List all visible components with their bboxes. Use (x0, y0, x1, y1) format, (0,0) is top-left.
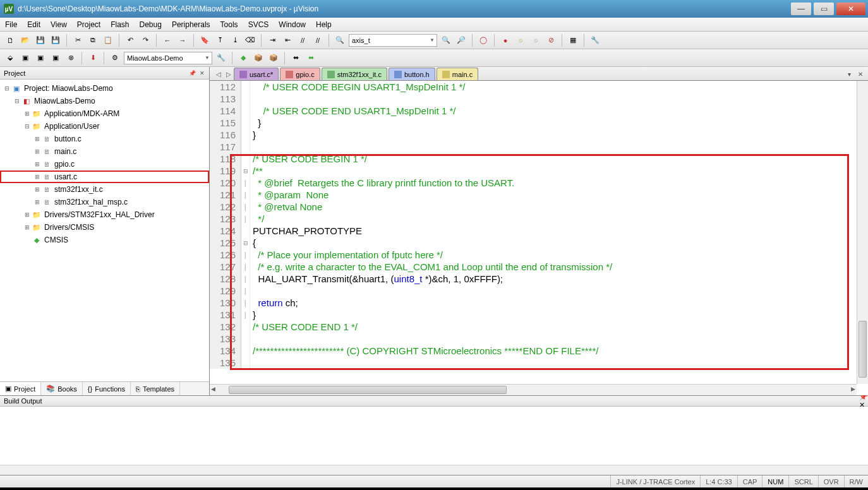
menu-flash[interactable]: Flash (111, 20, 129, 29)
configure-icon[interactable]: 🔧 (589, 34, 601, 47)
manage-multi-icon[interactable]: ⬌ (304, 52, 317, 64)
tree-twist-icon[interactable]: ⊟ (23, 123, 32, 129)
tree-target[interactable]: ⊟◧MiaowLabs-Demo (0, 95, 209, 107)
menu-svcs[interactable]: SVCS (248, 20, 269, 29)
save-icon[interactable]: 💾 (34, 34, 47, 47)
find-icon[interactable]: 🔍 (334, 34, 346, 47)
tree-file-stm32f1xx_hal_msp-c[interactable]: ⊞🗎stm32f1xx_hal_msp.c (0, 196, 209, 208)
window-layout-icon[interactable]: ▦ (567, 34, 579, 47)
breakpoint-enable-icon[interactable]: ○ (514, 34, 527, 47)
tree-file-stm32f1xx_it-c[interactable]: ⊞🗎stm32f1xx_it.c (0, 183, 209, 196)
find-in-files-icon[interactable]: 🔍 (440, 34, 452, 47)
build-hscroll[interactable] (0, 465, 868, 475)
paste-icon[interactable]: 📋 (102, 34, 114, 47)
breakpoint-disable-icon[interactable]: ○ (529, 34, 542, 47)
file-tab-main-c[interactable]: main.c (437, 68, 478, 80)
side-tab-project[interactable]: ▣Project (0, 381, 41, 395)
open-file-icon[interactable]: 📂 (19, 34, 32, 47)
tree-twist-icon[interactable]: ⊞ (33, 186, 42, 193)
panel-close-icon[interactable]: ✕ (198, 69, 207, 78)
tree-group-drivers-cmsis[interactable]: ⊞📁Drivers/CMSIS (0, 221, 209, 234)
outdent-icon[interactable]: ⇤ (281, 34, 294, 47)
tree-twist-icon[interactable]: ⊞ (23, 224, 32, 230)
build-output-body[interactable] (0, 407, 868, 465)
uncomment-icon[interactable]: // (311, 34, 324, 47)
side-tab-books[interactable]: 📚Books (41, 382, 83, 395)
tree-file-gpio-c[interactable]: ⊞🗎gpio.c (0, 158, 209, 170)
target-options-icon[interactable]: ⚙ (109, 52, 121, 64)
minimize-button[interactable]: — (791, 3, 811, 15)
tree-twist-icon[interactable]: ⊞ (33, 148, 42, 155)
new-file-icon[interactable]: 🗋 (4, 34, 16, 47)
copy-icon[interactable]: ⧉ (87, 34, 99, 47)
side-tab-templates[interactable]: ⎘Templates (131, 382, 180, 395)
menu-view[interactable]: View (51, 20, 67, 29)
translate-icon[interactable]: ⬙ (4, 52, 16, 64)
tree-twist-icon[interactable]: ⊟ (13, 98, 21, 104)
bookmark-clear-icon[interactable]: ⌫ (244, 34, 256, 47)
bookmark-next-icon[interactable]: ⤓ (229, 34, 241, 47)
comment-icon[interactable]: // (296, 34, 309, 47)
file-tab-stm32f1xx_it-c[interactable]: stm32f1xx_it.c (322, 68, 387, 80)
redo-icon[interactable]: ↷ (139, 34, 152, 47)
file-tab-gpio-c[interactable]: gpio.c (280, 68, 320, 80)
rebuild-icon[interactable]: ▣ (34, 52, 47, 64)
pack-installer-icon[interactable]: 📦 (267, 52, 280, 64)
tree-twist-icon[interactable]: ⊞ (23, 111, 32, 117)
build-icon[interactable]: ▣ (19, 52, 32, 64)
menu-edit[interactable]: Edit (27, 20, 40, 29)
tree-group-application-mdk-arm[interactable]: ⊞📁Application/MDK-ARM (0, 107, 209, 120)
close-button[interactable]: ✕ (836, 3, 865, 15)
tree-twist-icon[interactable]: ⊞ (33, 161, 42, 167)
download-icon[interactable]: ⬇ (87, 52, 99, 64)
menu-file[interactable]: File (5, 20, 17, 29)
tree-twist-icon[interactable]: ⊞ (33, 199, 42, 205)
horizontal-scrollbar[interactable]: ◀ ▶ (210, 384, 857, 395)
tree-group-cmsis[interactable]: ◆CMSIS (0, 234, 209, 246)
bookmark-icon[interactable]: 🔖 (198, 34, 211, 47)
breakpoint-insert-icon[interactable]: ● (499, 34, 512, 47)
menu-help[interactable]: Help (316, 20, 332, 29)
bookmark-prev-icon[interactable]: ⤒ (214, 34, 226, 47)
indent-icon[interactable]: ⇥ (266, 34, 279, 47)
undo-icon[interactable]: ↶ (124, 34, 136, 47)
file-tab-button-h[interactable]: button.h (389, 68, 435, 80)
tab-menu-icon[interactable]: ▾ (844, 69, 854, 79)
tree-twist-icon[interactable]: ⊞ (23, 212, 32, 218)
incremental-find-icon[interactable]: 🔎 (455, 34, 467, 47)
tree-group-drivers-stm32f1xx_hal_driver[interactable]: ⊞📁Drivers/STM32F1xx_HAL_Driver (0, 208, 209, 221)
nav-back-icon[interactable]: ← (161, 34, 174, 47)
project-tree[interactable]: ⊟▣Project: MiaowLabs-Demo⊟◧MiaowLabs-Dem… (0, 80, 209, 381)
tab-nav-fwd-icon[interactable]: ▷ (224, 69, 234, 79)
tree-file-usart-c[interactable]: ⊞🗎usart.c (0, 170, 209, 183)
side-tab-functions[interactable]: {}Functions (83, 382, 131, 395)
stop-build-icon[interactable]: ⊗ (64, 52, 77, 64)
maximize-button[interactable]: ▭ (814, 3, 834, 15)
tree-twist-icon[interactable]: ⊟ (3, 85, 11, 92)
nav-fwd-icon[interactable]: → (176, 34, 189, 47)
cut-icon[interactable]: ✂ (71, 34, 84, 47)
tab-nav-back-icon[interactable]: ◁ (214, 69, 224, 79)
tab-close-icon[interactable]: ✕ (855, 69, 865, 79)
tree-twist-icon[interactable]: ⊞ (33, 174, 42, 180)
tree-file-button-c[interactable]: ⊞🗎button.c (0, 133, 209, 145)
file-tab-usart-c-[interactable]: usart.c* (234, 68, 279, 80)
debug-icon[interactable]: ◯ (477, 34, 490, 47)
breakpoint-kill-icon[interactable]: ⊘ (545, 34, 557, 47)
tree-group-application-user[interactable]: ⊟📁Application/User (0, 120, 209, 133)
manage-rte-icon[interactable]: ◆ (237, 52, 250, 64)
menu-project[interactable]: Project (77, 20, 100, 29)
code-editor[interactable]: 1121131141151161171181191201211221231241… (210, 81, 868, 395)
tree-twist-icon[interactable]: ⊞ (33, 136, 42, 142)
save-all-icon[interactable]: 💾 (49, 34, 62, 47)
manage-project-icon[interactable]: ⬌ (289, 52, 302, 64)
panel-pin-icon[interactable]: 📌 (188, 69, 196, 78)
vertical-scrollbar[interactable] (857, 81, 868, 384)
find-combo[interactable]: axis_t▼ (349, 34, 437, 47)
options-icon[interactable]: 🔧 (215, 52, 227, 64)
batch-build-icon[interactable]: ▣ (49, 52, 62, 64)
menu-window[interactable]: Window (279, 20, 306, 29)
target-combo[interactable]: MiaowLabs-Demo▼ (124, 52, 212, 64)
menu-peripherals[interactable]: Peripherals (172, 20, 210, 29)
select-packs-icon[interactable]: 📦 (252, 52, 265, 64)
